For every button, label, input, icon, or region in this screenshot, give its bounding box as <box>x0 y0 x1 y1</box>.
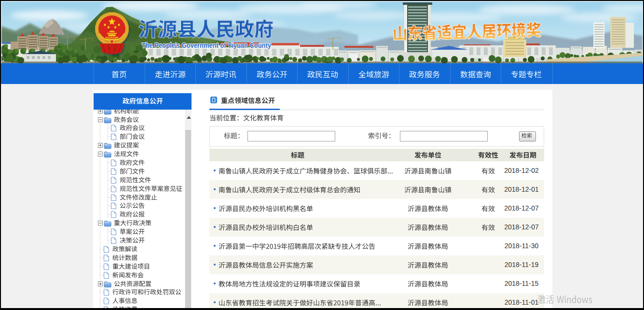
svg-text:The People's Government of Yiy: The People's Government of Yiyuan County <box>142 41 271 49</box>
